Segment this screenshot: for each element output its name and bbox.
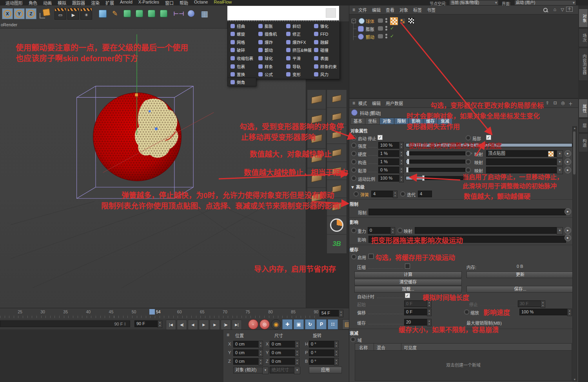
- coord-mode-chevron[interactable]: ▾: [262, 367, 269, 374]
- position-Z-spinner[interactable]: ▲ ▼: [258, 358, 263, 366]
- deformer-item-平滑[interactable]: 平滑: [283, 54, 311, 62]
- rotation-record-toggle[interactable]: ↻: [305, 319, 315, 329]
- menu-item-扩展[interactable]: 扩展: [105, 0, 114, 6]
- tab-对象[interactable]: 对象: [379, 118, 394, 125]
- goto-start-button[interactable]: |◀: [166, 320, 176, 330]
- restriction-picker[interactable]: ▸: [564, 208, 571, 215]
- deformer-item-破碎[interactable]: 破碎: [228, 46, 256, 54]
- scale-record-toggle[interactable]: ▣: [294, 319, 304, 329]
- gravity-map-select[interactable]: [415, 227, 560, 234]
- next-key-button[interactable]: |▶: [221, 320, 231, 330]
- palette-icon[interactable]: [307, 90, 326, 109]
- render-view-button[interactable]: ▭: [54, 8, 66, 20]
- hamburger-icon[interactable]: ≡: [352, 7, 355, 13]
- menu-item-动画[interactable]: 动画: [43, 0, 52, 6]
- axis-snap-button[interactable]: ⊢⊣: [173, 8, 184, 19]
- dock-tab-对象[interactable]: 对象: [579, 9, 588, 27]
- menu-item-帮助[interactable]: 帮助: [180, 0, 188, 6]
- visibility-dots[interactable]: [385, 34, 387, 38]
- autotime-checkbox[interactable]: ✓: [405, 293, 410, 298]
- menu-item-渲染[interactable]: 渲染: [91, 0, 100, 6]
- size-X-spinner[interactable]: ▲ ▼: [295, 341, 299, 348]
- dock-tab-构造[interactable]: 构造: [579, 133, 588, 152]
- layer-toggle[interactable]: [378, 26, 383, 31]
- z-axis-button[interactable]: Z: [25, 8, 36, 19]
- object-row-jiggle[interactable]: 颤动 ✓: [349, 33, 578, 40]
- position-Y-spinner[interactable]: ▲ ▼: [258, 349, 263, 357]
- rotation-P-field[interactable]: 0 °: [309, 349, 337, 356]
- anim-dot[interactable]: [351, 254, 356, 259]
- structure-field[interactable]: 1 %: [378, 158, 400, 165]
- timer-pie-icon[interactable]: [327, 216, 347, 235]
- object-name[interactable]: 球体: [366, 18, 374, 24]
- viscosity-field[interactable]: 0 %: [378, 167, 400, 173]
- menu-item-角色[interactable]: 角色: [29, 0, 37, 6]
- keyframe-selection-button[interactable]: ◉: [271, 319, 281, 329]
- gravity-map-picker[interactable]: ▸: [564, 227, 571, 234]
- anim-dot[interactable]: [351, 151, 356, 156]
- pla-record-toggle[interactable]: ∷: [328, 319, 338, 329]
- enable-checkbox[interactable]: ✓: [377, 135, 383, 140]
- deformer-item-颤动[interactable]: 颤动: [256, 46, 283, 54]
- range-end-spinner[interactable]: ▲▼: [158, 320, 162, 328]
- structure-map-picker[interactable]: ▸: [564, 158, 571, 165]
- deformer-item-网格[interactable]: 网格: [228, 38, 256, 46]
- palette-icon[interactable]: [327, 90, 347, 108]
- object-row-sphere[interactable]: − 球体: [349, 17, 578, 24]
- object-name[interactable]: 颤动: [366, 34, 374, 40]
- structure-map-chevron[interactable]: ▾: [557, 158, 563, 166]
- dock-tab-场次[interactable]: 场次: [579, 28, 588, 47]
- anim-dot[interactable]: [397, 228, 403, 233]
- timeline-ruler[interactable]: 25303540455060657075808590 54 54 F ▲▼: [0, 308, 349, 319]
- deformer-item-球化[interactable]: 球化: [256, 54, 283, 62]
- deformer-item-导轨[interactable]: 导轨: [283, 62, 311, 70]
- deformer-item-斜切[interactable]: 斜切: [283, 22, 311, 30]
- prev-key-button[interactable]: ◀|: [177, 320, 187, 330]
- plane-grid-button[interactable]: ▦: [198, 8, 211, 19]
- scale-spinner[interactable]: ▲▼: [567, 309, 572, 316]
- attr-menu-编辑[interactable]: 编辑: [372, 100, 381, 106]
- viscosity-spinner[interactable]: ▲▼: [399, 167, 404, 174]
- render-animation-button[interactable]: ▶: [67, 8, 79, 20]
- cache-enable-checkbox[interactable]: [368, 254, 374, 259]
- position-X-spinner[interactable]: ▲ ▼: [258, 341, 263, 348]
- deformer-item-螺旋[interactable]: 螺旋: [228, 30, 256, 38]
- dock-tab-层[interactable]: 层: [579, 118, 588, 133]
- deformer-item-样条约束[interactable]: 样条约束: [311, 62, 339, 70]
- anim-dot[interactable]: [466, 151, 471, 156]
- x-axis-button[interactable]: X: [2, 8, 13, 19]
- size-mode-chevron[interactable]: ▾: [294, 367, 300, 374]
- position-X-field[interactable]: 0 cm: [233, 341, 261, 347]
- add-panel-icon[interactable]: ＋: [568, 100, 573, 107]
- node-space-select[interactable]: 当前 (标准/物理)▾: [449, 0, 499, 5]
- coordinate-system-button[interactable]: [39, 8, 51, 19]
- render-settings-button[interactable]: ✳: [80, 8, 92, 20]
- anim-dot[interactable]: [351, 228, 356, 233]
- lock-icon[interactable]: ⊡: [554, 100, 557, 106]
- subdivision-button[interactable]: [122, 8, 132, 19]
- anim-dot[interactable]: [466, 135, 471, 140]
- anim-dot[interactable]: [351, 167, 356, 173]
- next-frame-button[interactable]: ▶: [210, 320, 220, 330]
- tab-基本[interactable]: 基本: [350, 118, 365, 125]
- stiffness-map-picker[interactable]: ▸: [564, 150, 571, 157]
- generator-button[interactable]: [134, 8, 145, 19]
- deformer-item-锥化[interactable]: 锥化: [311, 22, 339, 30]
- tab-坐标[interactable]: 坐标: [365, 118, 379, 125]
- deformer-item-表面[interactable]: 表面: [311, 54, 339, 62]
- om-menu-书签[interactable]: 书签: [427, 7, 436, 13]
- hamburger-icon[interactable]: ≡: [227, 332, 229, 338]
- menu-item-运动图形[interactable]: 运动图形: [5, 0, 23, 6]
- motion-scale-spinner[interactable]: ▲▼: [399, 175, 404, 182]
- apply-button[interactable]: 应用: [309, 367, 342, 373]
- visibility-dots[interactable]: [385, 26, 387, 31]
- viscosity-map-picker[interactable]: ▸: [564, 167, 571, 173]
- anim-dot[interactable]: [466, 159, 471, 164]
- offset-spinner[interactable]: ▲▼: [427, 309, 432, 316]
- record-keyframe-button[interactable]: ◦: [248, 319, 258, 329]
- calculate-button[interactable]: 计算: [354, 271, 462, 278]
- gravity-field[interactable]: 0: [368, 227, 394, 234]
- menu-item-Octane[interactable]: Octane: [194, 0, 208, 6]
- position-Y-field[interactable]: 0 cm: [233, 349, 261, 356]
- menu-header-button[interactable]: [326, 8, 336, 18]
